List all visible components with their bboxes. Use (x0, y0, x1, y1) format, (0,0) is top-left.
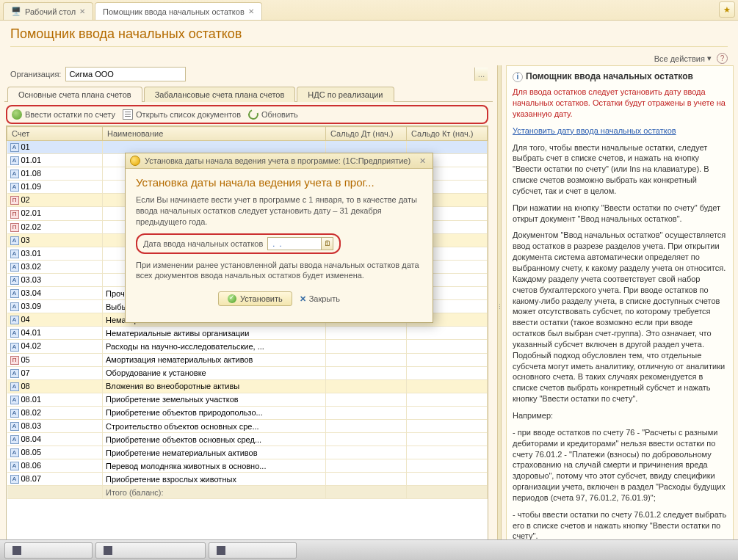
grid-header-row: Счет Наименование Сальдо Дт (нач.) Сальд… (7, 127, 488, 141)
account-icon: А (10, 302, 19, 311)
account-icon: А (10, 170, 19, 178)
dialog-body: Установка даты начала ведения учета в пр… (126, 169, 433, 322)
dialog-buttons: Установить ✕ Закрыть (136, 287, 422, 313)
set-date-dialog: Установка даты начала ведения учета в пр… (125, 153, 433, 323)
tab-desktop-label: Рабочий стол (25, 7, 76, 16)
actions-bar: Все действия ▾ ? (0, 50, 738, 65)
account-icon: А (10, 382, 19, 391)
desktop-icon: 🖥️ (11, 7, 21, 16)
help-p3: Документом "Ввод начальных остатков" осу… (513, 230, 727, 404)
plus-icon (12, 109, 22, 120)
task-item[interactable] (4, 542, 93, 559)
dialog-heading: Установка даты начала ведения учета в пр… (136, 176, 422, 189)
account-icon: А (10, 236, 19, 245)
task-item[interactable] (209, 542, 297, 559)
help-pane: iПомощник ввода начальных остатков Для в… (506, 65, 734, 548)
page-title: Помощник ввода начальных остатков (10, 26, 728, 43)
account-icon: А (10, 250, 19, 258)
account-icon: А (10, 156, 19, 165)
account-icon: П (10, 210, 19, 219)
org-label: Организация: (10, 70, 61, 79)
open-documents-button[interactable]: Открыть список документов (123, 109, 241, 120)
close-icon[interactable]: ✕ (248, 7, 254, 15)
date-row-highlight: Дата ввода начальных остатков 🗓 (136, 233, 341, 254)
table-row[interactable]: А08.04Приобретение объектов основных сре… (7, 433, 488, 446)
calendar-icon[interactable]: 🗓 (321, 238, 333, 250)
tab-desktop[interactable]: 🖥️ Рабочий стол ✕ (3, 2, 93, 20)
table-row[interactable]: А08.02Приобретение объектов природопольз… (7, 406, 488, 419)
account-icon: А (10, 276, 19, 285)
table-row[interactable]: А04.02Расходы на научно-исследовательски… (7, 340, 488, 353)
info-icon: i (513, 72, 523, 82)
account-icon: А (10, 329, 19, 338)
account-icon: А (10, 143, 19, 152)
check-icon (228, 294, 236, 303)
task-item[interactable] (95, 542, 206, 559)
subtab-offbalance[interactable]: Забалансовые счета плана счетов (144, 87, 296, 102)
dialog-p2: При изменении ранее установленной даты в… (136, 260, 422, 282)
account-icon: А (10, 263, 19, 272)
dialog-close-button[interactable]: ✕ (416, 156, 428, 166)
org-input[interactable] (65, 67, 186, 81)
list-icon (123, 109, 133, 120)
dialog-p1: Если Вы начинаете вести учет в программе… (136, 194, 422, 228)
help-p6: - чтобы ввести остатки по счету 76.01.2 … (513, 509, 727, 542)
org-input-wrap: … (65, 67, 488, 81)
col-debit[interactable]: Сальдо Дт (нач.) (326, 127, 407, 141)
table-row[interactable]: А08.03Строительство объектов основных ср… (7, 419, 488, 432)
table-row[interactable]: А07Оборудование к установке (7, 366, 488, 379)
account-icon: А (10, 369, 19, 378)
table-row[interactable]: А04.01Нематериальные активы организации (7, 327, 488, 340)
account-icon: А (10, 435, 19, 444)
refresh-button[interactable]: Обновить (248, 109, 298, 120)
account-icon: А (10, 462, 19, 470)
date-label: Дата ввода начальных остатков (143, 239, 263, 248)
help-title: iПомощник ввода начальных остатков (513, 70, 727, 82)
table-row[interactable]: А08.06Перевод молодняка животных в основ… (7, 459, 488, 473)
table-row[interactable]: А08Вложения во внеоборотные активы (7, 379, 488, 393)
account-icon: А (10, 289, 19, 298)
help-p4: Например: (513, 410, 727, 421)
org-row: Организация: … (4, 65, 493, 86)
col-credit[interactable]: Сальдо Кт (нач.) (407, 127, 488, 141)
1c-logo-icon (130, 156, 140, 166)
help-p5: - при вводе остатков по счету 76 - "Расч… (513, 427, 727, 503)
tab-assistant-label: Помощник ввода начальных остатков (103, 7, 245, 16)
taskbar (0, 539, 738, 560)
table-row[interactable]: А08.07Приобретение взрослых животных (7, 473, 488, 486)
dialog-title: Установка даты начала ведения учета в пр… (145, 156, 410, 165)
account-icon: А (10, 475, 19, 484)
subtabs: Основные счета плана счетов Забалансовые… (4, 86, 493, 102)
all-actions-link[interactable]: Все действия ▾ (654, 54, 712, 62)
subtab-main[interactable]: Основные счета плана счетов (7, 87, 142, 102)
help-icon[interactable]: ? (717, 53, 728, 64)
account-icon: П (10, 196, 19, 205)
close-button[interactable]: ✕ Закрыть (300, 294, 340, 304)
table-row[interactable]: А01 (7, 141, 488, 154)
main-tabbar: 🖥️ Рабочий стол ✕ Помощник ввода начальн… (0, 0, 738, 21)
table-row[interactable]: А08.01Приобретение земельных участков (7, 393, 488, 406)
account-icon: А (10, 448, 19, 457)
help-red-text: Для ввода остатков следует установить да… (513, 87, 727, 120)
account-icon: А (10, 183, 19, 192)
total-row: Итого (баланс): (7, 486, 488, 499)
title-area: Помощник ввода начальных остатков (0, 21, 738, 50)
table-row[interactable]: П05Амортизация нематериальных активов (7, 353, 488, 366)
set-date-link[interactable]: Установить дату ввода начальных остатков (513, 126, 676, 135)
dialog-titlebar[interactable]: Установка даты начала ведения учета в пр… (126, 153, 433, 169)
favorites-button[interactable]: ★ (719, 1, 735, 18)
help-p2: При нажатии на кнопку "Ввести остатки по… (513, 203, 727, 225)
col-account[interactable]: Счет (7, 127, 103, 141)
splitter[interactable]: ⋮ (497, 65, 502, 548)
table-row[interactable]: А08.05Приобретение нематериальных активо… (7, 446, 488, 459)
account-icon: А (10, 316, 19, 324)
account-icon: П (10, 356, 19, 365)
org-dropdown-button[interactable]: … (474, 68, 488, 81)
subtab-nds[interactable]: НДС по реализации (297, 87, 394, 102)
enter-balance-button[interactable]: Ввести остатки по счету (12, 109, 115, 120)
col-name[interactable]: Наименование (103, 127, 326, 141)
account-icon: П (10, 223, 19, 232)
close-icon[interactable]: ✕ (79, 7, 85, 15)
set-button[interactable]: Установить (218, 291, 292, 306)
tab-assistant[interactable]: Помощник ввода начальных остатков ✕ (95, 2, 262, 20)
